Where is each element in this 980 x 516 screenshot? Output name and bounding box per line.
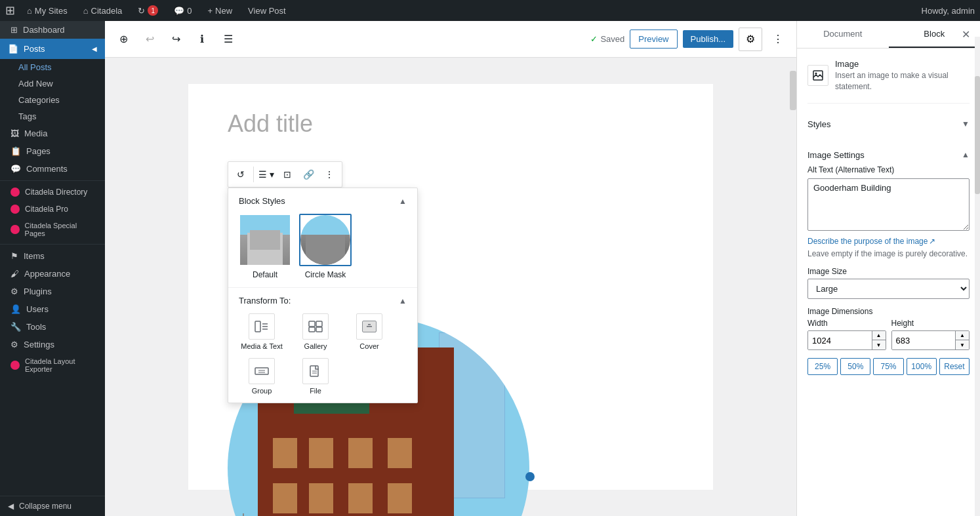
height-spinners: ▲ ▼ [955,331,969,349]
transform-item-cover[interactable]: Cover [346,313,392,350]
admin-bar: ⊞ ⌂ My Sites ⌂ Citadela ↻ 1 💬 0 + New Vi… [0,0,980,21]
sidebar-item-citadela-directory[interactable]: Citadela Directory [0,184,105,201]
block-styles-chevron-icon[interactable]: ▲ [399,197,407,206]
image-resize-handle[interactable] [525,472,535,481]
view-post-link[interactable]: View Post [244,0,290,21]
post-title[interactable]: Add title [228,110,674,138]
style-swatch-circle-mask-img [299,214,352,266]
collapse-icon: ◀ [8,502,14,511]
sidebar-item-users[interactable]: 👤 Users [0,300,105,318]
style-swatches: Default Circle Mask [239,214,407,279]
sidebar-item-appearance[interactable]: 🖌 Appearance [0,265,105,283]
toolbar-divider-1 [253,167,254,182]
redo-button[interactable]: ↪ [165,29,186,50]
info-button[interactable]: ℹ [192,29,213,50]
panel-content: Image Insert an image to make a visual s… [797,49,980,516]
panel-tabs: Document Block ✕ [797,21,980,49]
cover-icon [356,313,382,340]
new-menu[interactable]: + New [204,0,237,21]
image-size-label: Image Size [807,267,970,276]
comments-menu[interactable]: 💬 0 [170,0,195,21]
percent-50-button[interactable]: 50% [840,358,870,375]
sidebar-item-dashboard[interactable]: ⊞ Dashboard [0,21,105,39]
block-transform-button[interactable]: ↺ [231,165,251,184]
height-increment-button[interactable]: ▲ [956,331,969,340]
panel-close-button[interactable]: ✕ [956,26,975,44]
width-field: Width ▲ ▼ [807,319,886,350]
publish-button[interactable]: Publish... [683,30,733,48]
undo-button[interactable]: ↩ [139,29,160,50]
sidebar-item-pages[interactable]: 📋 Pages [0,142,105,160]
sidebar-item-tags[interactable]: Tags [0,108,105,125]
height-field: Height ▲ ▼ [891,319,970,350]
transform-item-file[interactable]: File [293,358,338,395]
block-align-button[interactable]: ☰ ▾ [256,165,276,184]
citadela-home-icon: ⌂ [83,6,89,16]
citadela-dir-icon [10,188,20,197]
sidebar-item-citadela-special-pages[interactable]: Citadela Special Pages [0,218,105,241]
updates-count: 1 [148,5,158,16]
updates-menu[interactable]: ↻ 1 [134,0,162,21]
width-input[interactable] [808,331,872,349]
editor-scrollbar[interactable] [790,58,796,516]
editor-canvas: Add title ↺ ☰ ▾ ⊡ 🔗 ⋮ Block Styles [188,84,713,490]
sidebar-item-categories[interactable]: Categories [0,92,105,108]
height-decrement-button[interactable]: ▼ [956,340,969,349]
block-more-button[interactable]: ⋮ [319,165,339,184]
width-decrement-button[interactable]: ▼ [872,340,886,349]
citadela-sp-icon [10,225,20,234]
list-view-button[interactable]: ☰ [218,29,239,50]
transform-item-gallery[interactable]: Gallery [293,313,338,350]
my-sites-menu[interactable]: ⌂ My Sites [23,0,71,21]
sidebar-item-citadela-layout-exporter[interactable]: Citadela Layout Exporter [0,353,105,377]
citadela-pro-icon [10,205,20,214]
howdy-text: Howdy, admin [922,6,975,16]
more-tools-button[interactable]: ⋮ [767,29,788,50]
sidebar-item-plugins[interactable]: ⚙ Plugins [0,283,105,300]
sidebar-item-all-posts[interactable]: All Posts [0,59,105,75]
add-block-button[interactable]: ⊕ [113,29,134,50]
wp-logo-icon: ⊞ [5,3,15,18]
block-toolbar: ↺ ☰ ▾ ⊡ 🔗 ⋮ [228,161,342,188]
file-icon [302,358,329,384]
block-link-button[interactable]: 🔗 [298,165,318,184]
alt-text-textarea[interactable] [807,178,970,231]
settings-panel-button[interactable]: ⚙ [739,28,762,51]
block-info-text: Image Insert an image to make a visual s… [835,59,970,92]
transform-chevron-icon[interactable]: ▲ [399,296,407,306]
sidebar-item-tools[interactable]: 🔧 Tools [0,318,105,336]
alt-text-hint: Leave empty if the image is purely decor… [807,248,970,260]
style-swatch-default[interactable]: Default [239,214,291,279]
transform-item-group[interactable]: Group [239,358,285,395]
transform-item-media-text-label: Media & Text [241,342,282,350]
reset-dimensions-button[interactable]: Reset [939,358,970,375]
style-swatch-circle-mask[interactable]: Circle Mask [299,214,352,279]
alt-text-link[interactable]: Describe the purpose of the image ↗ [807,237,970,246]
percent-100-button[interactable]: 100% [907,358,937,375]
sidebar-item-media[interactable]: 🖼 Media [0,125,105,142]
sidebar-item-posts[interactable]: 📄 Posts ◀ [0,39,105,59]
alt-text-label: Alt Text (Alternative Text) [807,165,970,174]
height-input[interactable] [892,331,956,349]
sidebar-item-settings[interactable]: ⚙ Settings [0,336,105,353]
panel-scrollbar[interactable] [975,37,980,516]
image-size-select[interactable]: Large Thumbnail Medium Full Size [807,279,970,299]
saved-status: ✓ Saved [590,34,624,44]
editor-content: Add title ↺ ☰ ▾ ⊡ 🔗 ⋮ Block Styles [105,58,796,516]
panel-styles-header[interactable]: Styles ▼ [807,114,970,134]
preview-button[interactable]: Preview [630,30,677,49]
sidebar-item-add-new[interactable]: Add New [0,75,105,92]
sidebar-item-comments[interactable]: 💬 Comments [0,160,105,178]
percent-75-button[interactable]: 75% [873,358,903,375]
sidebar-item-items[interactable]: ⚑ Items [0,247,105,265]
block-crop-button[interactable]: ⊡ [277,165,297,184]
tab-document[interactable]: Document [797,21,889,48]
width-increment-button[interactable]: ▲ [872,331,886,340]
citadela-menu[interactable]: ⌂ Citadela [79,0,127,21]
transform-item-media-text[interactable]: Media & Text [239,313,285,350]
image-size-field: Image Size Large Thumbnail Medium Full S… [807,267,970,299]
sidebar-collapse-btn[interactable]: ◀ Collapse menu [0,496,105,516]
percent-25-button[interactable]: 25% [807,358,838,375]
panel-image-settings-header[interactable]: Image Settings ▲ [807,145,970,165]
sidebar-item-citadela-pro[interactable]: Citadela Pro [0,201,105,218]
